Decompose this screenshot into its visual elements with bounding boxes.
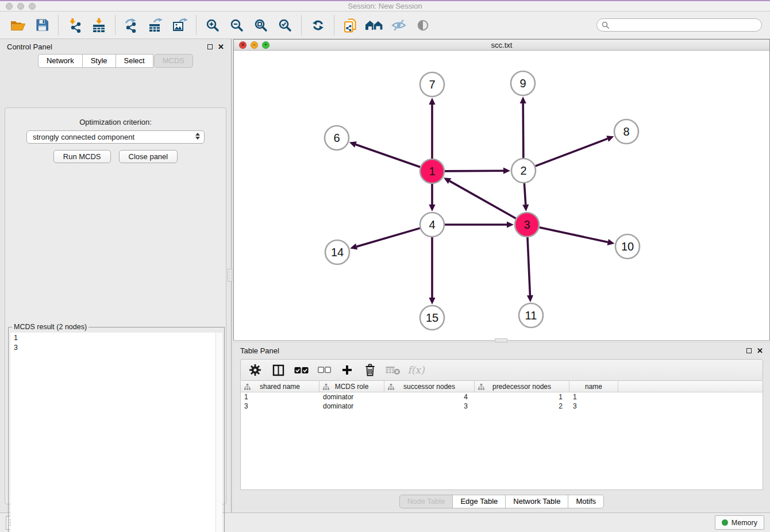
table-cell[interactable]: 3 (569, 402, 618, 410)
save-session-button[interactable] (30, 13, 54, 37)
result-scrollbar[interactable] (215, 333, 222, 532)
graph-edge-4-14[interactable] (350, 228, 420, 249)
graph-node-7[interactable]: 7 (420, 72, 444, 97)
optimization-criterion-label: Optimization criterion: (5, 118, 226, 126)
close-window-button[interactable] (6, 3, 13, 10)
graph-node-10[interactable]: 10 (615, 234, 640, 259)
graph-node-2[interactable]: 2 (511, 159, 536, 183)
divider-handle[interactable] (228, 269, 232, 282)
main-toolbar (0, 11, 770, 39)
table-cell[interactable]: 1 (569, 393, 618, 401)
graph-edge-3-11[interactable] (527, 237, 533, 302)
show-details-button[interactable] (411, 13, 435, 37)
home-button[interactable] (363, 13, 387, 37)
graph-node-11[interactable]: 11 (519, 303, 543, 327)
run-mcds-button[interactable]: Run MCDS (53, 150, 111, 163)
add-column-button[interactable] (338, 361, 356, 379)
graph-node-8[interactable]: 8 (614, 119, 638, 144)
float-panel-icon[interactable] (746, 348, 752, 353)
close-panel-icon[interactable]: ✕ (757, 348, 763, 353)
import-table-button[interactable] (87, 13, 111, 37)
graph-edge-3-10[interactable] (539, 228, 614, 245)
graph-node-15[interactable]: 15 (420, 306, 444, 330)
table-settings-button[interactable] (247, 361, 264, 379)
graph-edge-1-7[interactable] (429, 98, 435, 159)
table-cell[interactable]: 4 (384, 393, 475, 401)
zoom-in-button[interactable] (201, 13, 225, 37)
hide-details-button[interactable] (387, 13, 411, 37)
mcds-result-list[interactable]: 1 3 (10, 333, 215, 532)
column-header-MCDS-role[interactable]: MCDS role (319, 381, 384, 392)
select-all-button[interactable] (292, 361, 310, 379)
zoom-selected-button[interactable] (273, 13, 297, 37)
column-header-shared-name[interactable]: shared name (241, 381, 319, 392)
tab-motifs[interactable]: Motifs (568, 495, 604, 508)
vertical-split-divider[interactable] (231, 39, 233, 512)
graph-edge-2-8[interactable] (536, 136, 614, 166)
graph-node-1[interactable]: 1 (420, 159, 444, 183)
export-table-button[interactable] (144, 13, 168, 37)
zoom-out-button[interactable] (225, 13, 249, 37)
select-chevrons-icon (195, 133, 200, 140)
clone-network-button[interactable] (338, 13, 363, 37)
column-header-successor-nodes[interactable]: successor nodes (384, 381, 475, 392)
export-image-button[interactable] (168, 13, 192, 37)
column-header-name[interactable]: name (569, 381, 618, 392)
graph-node-6[interactable]: 6 (325, 126, 349, 150)
close-panel-button[interactable]: Close panel (119, 150, 178, 163)
delete-table-button[interactable] (384, 361, 402, 379)
divider-handle[interactable] (495, 338, 507, 342)
search-input[interactable] (613, 21, 757, 30)
tab-mcds[interactable]: MCDS (154, 54, 193, 68)
tab-edge-table[interactable]: Edge Table (452, 495, 506, 508)
graph-edge-1-6[interactable] (349, 141, 421, 167)
tab-node-table[interactable]: Node Table (399, 495, 453, 508)
table-cell[interactable]: dominator (319, 393, 384, 401)
tab-network-table[interactable]: Network Table (505, 495, 568, 508)
criterion-select[interactable]: strongly connected component (26, 130, 205, 144)
show-columns-button[interactable] (270, 361, 287, 379)
graph-node-14[interactable]: 14 (325, 240, 349, 264)
tab-style[interactable]: Style (82, 54, 116, 68)
zoom-fit-button[interactable] (249, 13, 273, 37)
graph-node-4[interactable]: 4 (420, 213, 444, 237)
graph-node-3[interactable]: 3 (515, 213, 539, 237)
table-cell[interactable]: 1 (475, 393, 569, 401)
delete-column-button[interactable] (361, 361, 379, 379)
graph-edge-1-4[interactable] (429, 184, 435, 211)
horizontal-split-divider[interactable] (233, 340, 770, 343)
application-window: Session: New Session (0, 0, 770, 532)
table-cell[interactable]: dominator (319, 402, 384, 410)
float-panel-icon[interactable] (207, 44, 213, 49)
home-icon (365, 19, 384, 32)
graph-edge-1-2[interactable] (445, 168, 510, 174)
column-header-predecessor-nodes[interactable]: predecessor nodes (475, 381, 569, 392)
table-cell[interactable]: 3 (241, 402, 319, 410)
function-builder-button[interactable]: f(x) (407, 361, 425, 379)
minimize-window-button[interactable] (17, 3, 24, 10)
refresh-icon (311, 18, 325, 32)
network-canvas[interactable]: 7968124314101511 (234, 51, 769, 340)
graph-edge-2-9[interactable] (520, 97, 526, 158)
table-row[interactable]: 1dominator411 (241, 392, 763, 402)
export-network-button[interactable] (120, 13, 144, 37)
graph-node-9[interactable]: 9 (511, 71, 535, 95)
memory-button[interactable]: Memory (715, 515, 764, 530)
table-row[interactable]: 3dominator323 (241, 402, 763, 411)
open-session-button[interactable] (6, 13, 30, 37)
graph-edge-4-15[interactable] (429, 237, 435, 304)
tab-select[interactable]: Select (116, 54, 153, 68)
graph-edge-3-1[interactable] (444, 178, 516, 218)
tab-network[interactable]: Network (38, 54, 83, 68)
close-panel-icon[interactable]: ✕ (218, 44, 224, 49)
table-cell[interactable]: 2 (475, 402, 569, 410)
refresh-view-button[interactable] (306, 13, 330, 37)
graph-edge-2-3[interactable] (522, 183, 529, 211)
maximize-window-button[interactable] (29, 3, 36, 10)
graph-edge-4-3[interactable] (445, 221, 514, 228)
table-cell[interactable]: 1 (241, 393, 319, 401)
search-field[interactable] (596, 18, 762, 32)
import-network-button[interactable] (63, 13, 87, 37)
unselect-all-button[interactable] (315, 361, 333, 379)
table-cell[interactable]: 3 (384, 402, 475, 410)
